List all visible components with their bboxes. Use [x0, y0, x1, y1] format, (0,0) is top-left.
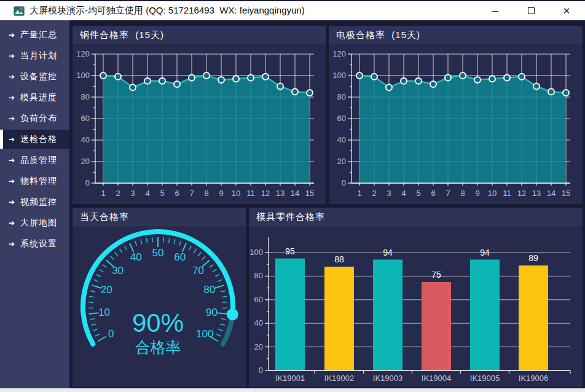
panel-electrode-title: 电极合格率 (15天): [336, 29, 420, 41]
svg-text:8: 8: [204, 189, 208, 198]
data-point-marker: [386, 84, 392, 90]
data-point-marker: [474, 77, 481, 83]
svg-text:5: 5: [416, 189, 420, 198]
svg-text:100: 100: [249, 248, 263, 257]
data-point-marker: [401, 78, 407, 84]
arrow-right-icon: ➔: [9, 198, 15, 206]
title-bar: 大屏模块演示-均可独立使用 (QQ: 517216493 WX: feiyang…: [0, 0, 585, 20]
sidebar-item-label: 送检合格: [20, 134, 57, 145]
svg-text:15: 15: [305, 189, 314, 198]
svg-text:89: 89: [528, 253, 538, 263]
sidebar-item-label: 产量汇总: [20, 29, 57, 41]
sidebar-item-production-summary[interactable]: ➔产量汇总: [0, 25, 69, 44]
minimize-icon: ─: [492, 6, 498, 16]
data-point-marker: [144, 78, 151, 84]
sidebar-item-mold-progress[interactable]: ➔模具进度: [0, 88, 69, 107]
sidebar-item-label: 品质管理: [20, 155, 57, 166]
sidebar-item-inspection-pass[interactable]: ➔送检合格: [0, 130, 69, 149]
bar-IK19004: [422, 282, 451, 370]
svg-text:IK19004: IK19004: [422, 374, 451, 383]
panel-mold-header: 模具零件合格率: [249, 208, 583, 226]
data-point-marker: [277, 84, 283, 90]
data-point-marker: [371, 74, 377, 80]
svg-text:60: 60: [174, 251, 186, 263]
sidebar-item-label: 当月计划: [20, 50, 57, 61]
sidebar-item-quality-management[interactable]: ➔品质管理: [0, 151, 69, 170]
data-point-marker: [292, 88, 298, 95]
panel-electrode-pass-rate: 电极合格率 (15天) 0204060801001201234567891011…: [329, 26, 583, 204]
svg-text:20: 20: [81, 157, 90, 166]
svg-text:2: 2: [116, 189, 120, 198]
svg-text:120: 120: [76, 49, 90, 58]
close-icon: ✕: [563, 6, 571, 17]
gauge-value-text: 90%: [132, 308, 184, 337]
sidebar-item-label: 大屏地图: [20, 218, 57, 229]
sidebar-item-video-monitor[interactable]: ➔视频监控: [0, 192, 69, 211]
svg-text:8: 8: [460, 189, 465, 198]
sidebar-item-label: 负荷分布: [20, 113, 57, 124]
panel-today-title: 当天合格率: [80, 211, 129, 223]
svg-text:9: 9: [475, 189, 479, 198]
svg-text:5: 5: [160, 189, 164, 198]
sidebar-menu: ➔产量汇总➔当月计划➔设备监控➔模具进度➔负荷分布➔送检合格➔品质管理➔物料管理…: [0, 20, 69, 388]
svg-text:10: 10: [488, 189, 497, 198]
data-point-marker: [248, 75, 254, 81]
svg-text:0: 0: [85, 178, 90, 187]
data-point-marker: [504, 75, 510, 81]
arrow-right-icon: ➔: [9, 52, 15, 60]
maximize-icon: [528, 7, 535, 14]
svg-text:0: 0: [259, 366, 263, 375]
svg-text:88: 88: [334, 254, 344, 264]
sidebar-item-device-monitor[interactable]: ➔设备监控: [0, 67, 69, 86]
svg-text:40: 40: [81, 135, 90, 144]
maximize-button[interactable]: [517, 1, 544, 20]
sidebar-item-label: 物料管理: [20, 176, 57, 187]
arrow-right-icon: ➔: [9, 219, 15, 227]
svg-text:120: 120: [332, 49, 346, 58]
svg-text:94: 94: [383, 248, 393, 257]
svg-text:75: 75: [431, 270, 441, 280]
panel-mold-parts-pass-rate: 模具零件合格率 020406080100958894759489IK19001I…: [249, 208, 583, 387]
svg-text:14: 14: [291, 189, 299, 198]
data-point-marker: [415, 78, 422, 84]
panel-steel-header: 钢件合格率 (15天): [73, 26, 326, 44]
panel-today-header: 当天合格率: [73, 208, 246, 226]
bar-IK19003: [373, 260, 402, 370]
bar-IK19002: [324, 267, 354, 370]
svg-text:100: 100: [196, 328, 213, 340]
sidebar-item-material-management[interactable]: ➔物料管理: [0, 171, 69, 190]
steel-pass-rate-area-chart: 020406080100120123456789101112131415: [73, 44, 326, 204]
svg-text:80: 80: [203, 284, 215, 296]
svg-text:1: 1: [357, 189, 361, 198]
svg-text:1: 1: [101, 189, 105, 198]
panel-today-pass-rate: 当天合格率 010203040506070809010090%合格率: [73, 208, 246, 387]
svg-text:40: 40: [254, 318, 263, 327]
panel-steel-title: 钢件合格率 (15天): [80, 29, 164, 41]
svg-text:IK19001: IK19001: [275, 374, 305, 383]
data-point-marker: [203, 73, 210, 79]
bar-IK19006: [519, 265, 548, 370]
data-point-marker: [445, 75, 451, 81]
minimize-button[interactable]: ─: [482, 1, 509, 20]
svg-text:12: 12: [517, 189, 526, 198]
svg-text:80: 80: [254, 271, 263, 280]
bars: [275, 259, 548, 370]
svg-text:40: 40: [337, 135, 346, 144]
data-point-marker: [159, 78, 165, 84]
sidebar-item-label: 系统设置: [20, 238, 57, 249]
panel-steel-pass-rate: 钢件合格率 (15天) 0204060801001201234567891011…: [73, 26, 326, 204]
sidebar-item-big-screen-map[interactable]: ➔大屏地图: [0, 213, 69, 232]
svg-text:4: 4: [145, 189, 149, 198]
svg-text:3: 3: [387, 189, 391, 198]
data-point-marker: [115, 74, 121, 80]
svg-text:13: 13: [532, 189, 541, 198]
svg-text:4: 4: [401, 189, 406, 198]
sidebar-item-system-settings[interactable]: ➔系统设置: [0, 234, 69, 253]
sidebar-item-monthly-plan[interactable]: ➔当月计划: [0, 46, 69, 65]
svg-text:7: 7: [189, 189, 194, 198]
sidebar-item-load-distribution[interactable]: ➔负荷分布: [0, 109, 69, 128]
data-point-marker: [218, 77, 224, 83]
arrow-right-icon: ➔: [9, 31, 15, 39]
svg-text:9: 9: [219, 189, 223, 198]
close-button[interactable]: ✕: [553, 1, 580, 20]
